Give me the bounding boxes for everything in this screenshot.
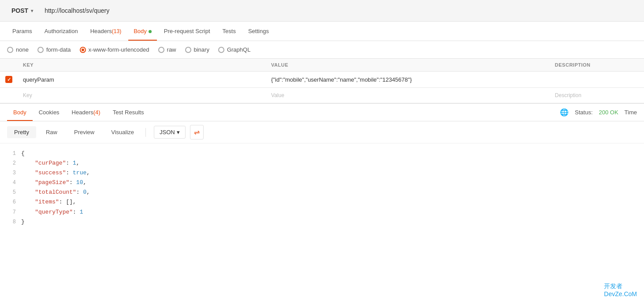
tab-headers-badge: (13): [112, 28, 121, 34]
status-value: 200 OK: [599, 109, 618, 116]
radio-binary-circle: [185, 47, 191, 53]
tab-settings[interactable]: Settings: [243, 22, 274, 41]
row-checkbox-cell[interactable]: [0, 71, 18, 88]
format-visualize-button[interactable]: Visualize: [104, 126, 141, 138]
time-label: Time: [625, 109, 637, 116]
row-checkbox[interactable]: [5, 76, 12, 83]
json-select-chevron: ▾: [177, 129, 180, 135]
radio-raw-label: raw: [167, 46, 176, 53]
line-num-7: 7: [7, 208, 16, 217]
tab-tests[interactable]: Tests: [217, 22, 241, 41]
radio-raw[interactable]: raw: [158, 46, 176, 53]
line-num-5: 5: [7, 188, 16, 197]
radio-urlencoded-circle: [80, 47, 86, 53]
line-num-4: 4: [7, 178, 16, 187]
col-header-description: DESCRIPTION: [550, 59, 644, 71]
new-row-description[interactable]: Description: [550, 88, 644, 103]
tab-body[interactable]: Body: [128, 22, 157, 41]
row-description[interactable]: [550, 71, 644, 88]
code-content-2: "curPage": 1,: [21, 158, 637, 168]
line-num-1: 1: [7, 149, 16, 158]
tab-headers-label: Headers: [90, 28, 112, 34]
method-label: POST: [11, 7, 28, 14]
code-area: 1 { 2 "curPage": 1, 3 "success": true, 4…: [0, 143, 644, 232]
response-tab-test-results[interactable]: Test Results: [107, 104, 150, 121]
code-content-1: {: [21, 149, 637, 158]
request-tabs: Params Authorization Headers(13) Body Pr…: [0, 22, 644, 41]
format-pretty-button[interactable]: Pretty: [7, 126, 36, 138]
radio-graphql[interactable]: GraphQL: [218, 46, 250, 53]
response-tabs: Body Cookies Headers(4) Test Results 🌐 S…: [0, 104, 644, 121]
tab-prerequest[interactable]: Pre-request Script: [159, 22, 216, 41]
response-section: Body Cookies Headers(4) Test Results 🌐 S…: [0, 103, 644, 232]
tab-headers[interactable]: Headers(13): [85, 22, 127, 41]
format-divider: [145, 128, 146, 137]
new-row-value[interactable]: Value: [266, 88, 550, 103]
body-type-row: none form-data x-www-form-urlencoded raw…: [0, 41, 644, 59]
response-tab-body[interactable]: Body: [7, 104, 33, 121]
col-header-value: VALUE: [266, 59, 550, 71]
col-header-key: KEY: [18, 59, 266, 71]
radio-form-data-label: form-data: [46, 46, 71, 53]
new-row-checkbox: [0, 88, 18, 103]
code-line-1: 1 {: [7, 149, 637, 158]
radio-binary-label: binary: [194, 46, 209, 53]
row-value[interactable]: {"id":"mobile","userName":"name","mobile…: [266, 71, 550, 88]
radio-form-data-circle: [37, 47, 44, 53]
code-content-3: "success": true,: [21, 168, 637, 178]
response-tab-headers[interactable]: Headers(4): [66, 104, 107, 121]
code-line-3: 3 "success": true,: [7, 168, 637, 178]
format-preview-button[interactable]: Preview: [67, 126, 101, 138]
code-content-5: "totalCount": 0,: [21, 188, 637, 197]
line-num-6: 6: [7, 198, 16, 207]
response-headers-badge: (4): [93, 109, 101, 116]
code-content-6: "items": [],: [21, 197, 637, 207]
new-row-key[interactable]: Key: [18, 88, 266, 103]
row-key[interactable]: queryParam: [18, 71, 266, 88]
json-select-label: JSON: [160, 129, 175, 135]
url-input[interactable]: [41, 4, 637, 17]
radio-urlencoded[interactable]: x-www-form-urlencoded: [80, 46, 149, 53]
radio-none-circle: [7, 47, 13, 53]
radio-binary[interactable]: binary: [185, 46, 209, 53]
wrap-button[interactable]: ⇌: [190, 125, 204, 139]
radio-graphql-label: GraphQL: [227, 46, 250, 53]
code-content-8: }: [21, 217, 637, 227]
chevron-down-icon: ▾: [31, 8, 33, 13]
url-bar: POST ▾: [0, 0, 644, 22]
format-raw-button[interactable]: Raw: [39, 126, 64, 138]
status-label: Status:: [575, 109, 592, 116]
body-active-dot: [149, 30, 152, 33]
json-type-select[interactable]: JSON ▾: [154, 126, 186, 139]
line-num-3: 3: [7, 169, 16, 177]
code-line-5: 5 "totalCount": 0,: [7, 188, 637, 197]
tab-params[interactable]: Params: [7, 22, 37, 41]
line-num-8: 8: [7, 218, 16, 226]
code-line-8: 8 }: [7, 217, 637, 227]
radio-raw-circle: [158, 47, 164, 53]
tab-authorization[interactable]: Authorization: [39, 22, 83, 41]
radio-graphql-circle: [218, 47, 224, 53]
table-row: queryParam {"id":"mobile","userName":"na…: [0, 71, 644, 88]
col-header-checkbox: [0, 59, 18, 71]
params-table: KEY VALUE DESCRIPTION queryParam {"id":"…: [0, 59, 644, 103]
code-content-4: "pageSize": 10,: [21, 178, 637, 188]
radio-none[interactable]: none: [7, 46, 29, 53]
response-tab-cookies[interactable]: Cookies: [33, 104, 66, 121]
status-area: 🌐 Status: 200 OK Time: [560, 108, 637, 117]
radio-none-label: none: [16, 46, 29, 53]
response-headers-label: Headers: [72, 109, 93, 116]
table-row-new: Key Value Description: [0, 88, 644, 103]
globe-icon[interactable]: 🌐: [560, 108, 569, 117]
code-line-6: 6 "items": [],: [7, 197, 637, 207]
code-line-2: 2 "curPage": 1,: [7, 158, 637, 168]
radio-form-data[interactable]: form-data: [37, 46, 71, 53]
radio-urlencoded-label: x-www-form-urlencoded: [89, 46, 149, 53]
code-line-4: 4 "pageSize": 10,: [7, 178, 637, 188]
code-content-7: "queryType": 1: [21, 207, 637, 217]
code-line-7: 7 "queryType": 1: [7, 207, 637, 217]
tab-body-label: Body: [134, 28, 147, 34]
method-select[interactable]: POST ▾: [7, 4, 37, 17]
line-num-2: 2: [7, 159, 16, 168]
format-row: Pretty Raw Preview Visualize JSON ▾ ⇌: [0, 121, 644, 143]
